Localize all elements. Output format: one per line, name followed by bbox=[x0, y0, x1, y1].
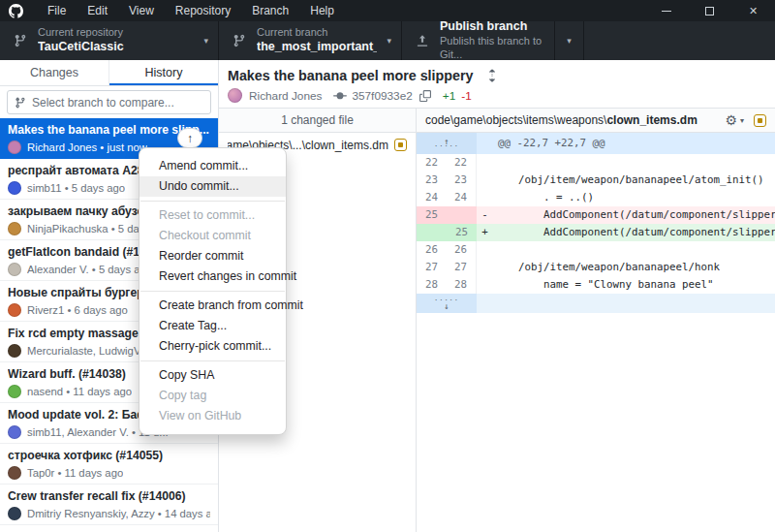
avatar bbox=[8, 141, 21, 154]
current-branch-label: Current branch bbox=[257, 26, 377, 40]
context-menu-item-create-tag[interactable]: Create Tag... bbox=[140, 316, 286, 336]
commit-author: Richard Jones bbox=[249, 89, 322, 103]
chevron-down-icon: ▾ bbox=[194, 36, 208, 46]
old-line-number: 25 bbox=[417, 206, 447, 224]
commit-list-item[interactable]: строечка хотфикс (#14055)Tap0r • 11 days… bbox=[0, 444, 218, 485]
context-menu-item-copy-sha[interactable]: Copy SHA bbox=[140, 365, 286, 386]
new-line-number: 28 bbox=[447, 276, 477, 294]
titlebar: FileEditViewRepositoryBranchHelp ✕ bbox=[0, 0, 775, 21]
branch-compare-box bbox=[7, 90, 211, 114]
diff-marker bbox=[477, 276, 493, 294]
diff-line-context[interactable]: 2626 bbox=[417, 241, 775, 259]
commit-detail-header: Makes the banana peel more slippery Rich… bbox=[219, 60, 775, 109]
avatar bbox=[8, 222, 21, 235]
commit-item-author: nasend • 11 days ago bbox=[27, 386, 132, 397]
avatar bbox=[8, 303, 21, 317]
current-repository-label: Current repository bbox=[38, 26, 124, 40]
changed-files-summary: 1 changed file bbox=[219, 109, 416, 133]
context-menu-item-cherry-pick-commit[interactable]: Cherry-pick commit... bbox=[140, 336, 286, 357]
commit-item-author: Tap0r • 11 days ago bbox=[27, 467, 123, 479]
commit-list-item[interactable]: Crew transfer recall fix (#14006)Dmitriy… bbox=[0, 485, 218, 525]
menu-repository[interactable]: Repository bbox=[165, 0, 241, 21]
minimize-button[interactable] bbox=[644, 0, 688, 21]
current-branch-name: the_most_important_featu... bbox=[257, 40, 377, 55]
menu-file[interactable]: File bbox=[37, 0, 77, 21]
select-branch-to-compare-input[interactable] bbox=[32, 96, 203, 110]
new-line-number: 27 bbox=[447, 259, 477, 276]
deletions-count: -1 bbox=[461, 89, 472, 103]
window-controls: ✕ bbox=[644, 0, 775, 21]
new-line-number: 23 bbox=[447, 172, 477, 189]
diff-line-removed[interactable]: 25- AddComponent(/datum/component/slippe… bbox=[417, 206, 775, 224]
close-button[interactable]: ✕ bbox=[731, 0, 775, 21]
new-line-number: 22 bbox=[447, 154, 477, 172]
tab-changes[interactable]: Changes bbox=[0, 60, 109, 85]
gear-icon[interactable]: ⚙ bbox=[725, 113, 737, 127]
diff-marker: - bbox=[477, 206, 493, 224]
diff-header: code\game\objects\items\weapons\clown_it… bbox=[417, 109, 775, 133]
sidebar-tabs: Changes History bbox=[0, 60, 218, 86]
menu-separator bbox=[140, 291, 285, 292]
menu-bar: FileEditViewRepositoryBranchHelp bbox=[37, 0, 345, 21]
commit-item-title: строечка хотфикс (#14055) bbox=[8, 448, 210, 464]
context-menu-item-reorder-commit[interactable]: Reorder commit bbox=[140, 246, 286, 266]
diff-marker bbox=[477, 172, 493, 189]
context-menu-item-create-branch-from-commit[interactable]: Create branch from commit bbox=[140, 296, 286, 316]
expand-down-icon: ·····↓ bbox=[434, 298, 459, 309]
copy-icon[interactable] bbox=[419, 90, 431, 102]
expand-up-button[interactable]: ↑····· bbox=[417, 133, 477, 154]
diff-file-path: code\game\objects\items\weapons\clown_it… bbox=[425, 113, 725, 127]
expand-down-button[interactable]: ·····↓ bbox=[417, 294, 477, 313]
menu-edit[interactable]: Edit bbox=[77, 0, 118, 21]
git-compare-icon bbox=[15, 97, 26, 109]
avatar bbox=[8, 181, 21, 195]
diff-line-context[interactable]: 2222 bbox=[417, 154, 775, 172]
avatar bbox=[8, 425, 21, 439]
menu-view[interactable]: View bbox=[118, 0, 165, 21]
git-commit-icon bbox=[333, 89, 347, 103]
diff-line-context[interactable]: 2828 name = "Clowny banana peel" bbox=[417, 276, 775, 294]
toolbar: Current repository TauCetiClassic ▾ Curr… bbox=[0, 21, 775, 60]
github-desktop-window: FileEditViewRepositoryBranchHelp ✕ Curre… bbox=[0, 0, 775, 532]
diff-line-context[interactable]: 2323 /obj/item/weapon/bananapeel/atom_in… bbox=[417, 172, 775, 189]
menu-separator bbox=[140, 360, 285, 361]
chevron-down-icon: ▾ bbox=[740, 116, 744, 125]
diff-marker bbox=[477, 241, 493, 259]
upload-icon bbox=[416, 34, 429, 47]
file-modified-icon bbox=[754, 114, 766, 127]
maximize-button[interactable] bbox=[688, 0, 731, 21]
code-text: AddComponent(/datum/component/slippery, … bbox=[493, 224, 775, 241]
publish-branch-button[interactable]: Publish branch Publish this branch to Gi… bbox=[402, 21, 555, 60]
avatar bbox=[8, 466, 21, 480]
code-text: AddComponent(/datum/component/slippery, … bbox=[493, 206, 775, 224]
diff-line-added[interactable]: 25+ AddComponent(/datum/component/slippe… bbox=[417, 224, 775, 241]
commit-item-author: Richard Jones • just now bbox=[27, 141, 147, 153]
code-text: . = ..() bbox=[493, 189, 594, 206]
avatar bbox=[8, 344, 21, 358]
current-branch-button[interactable]: Current branch the_most_important_featu.… bbox=[219, 21, 402, 60]
context-menu-item-amend-commit[interactable]: Amend commit... bbox=[140, 156, 286, 176]
avatar bbox=[8, 385, 21, 398]
commit-item-author: Dmitriy Resnyanskiy, Azzy • 14 days ago bbox=[27, 508, 210, 519]
context-menu-item-revert-changes-in-commit[interactable]: Revert changes in commit bbox=[140, 266, 286, 287]
code-text: /obj/item/weapon/bananapeel/honk bbox=[493, 259, 720, 276]
publish-branch-label: Publish branch bbox=[440, 19, 544, 35]
diff-marker bbox=[477, 154, 493, 172]
context-menu-item-undo-commit[interactable]: Undo commit... bbox=[140, 176, 286, 197]
diff-line-context[interactable]: 2727 /obj/item/weapon/bananapeel/honk bbox=[417, 259, 775, 276]
file-modified-icon bbox=[394, 139, 407, 151]
menu-help[interactable]: Help bbox=[299, 0, 345, 21]
github-logo-icon bbox=[9, 4, 23, 18]
expand-commit-summary-icon[interactable] bbox=[486, 69, 498, 82]
commit-list-item[interactable]: Update alien_powers.dm (#14... bbox=[0, 525, 218, 532]
commit-context-menu: Amend commit...Undo commit...Reset to co… bbox=[139, 147, 287, 435]
commit-title: Makes the banana peel more slippery bbox=[228, 68, 473, 83]
current-repository-button[interactable]: Current repository TauCetiClassic ▾ bbox=[0, 21, 219, 60]
code-text: name = "Clowny banana peel" bbox=[493, 276, 714, 294]
diff-line-context[interactable]: 2424 . = ..() bbox=[417, 189, 775, 206]
chevron-down-icon: ▾ bbox=[377, 36, 391, 46]
publish-branch-dropdown-button[interactable]: ▾ bbox=[555, 21, 584, 60]
hunk-range-text: @@ -22,7 +22,7 @@ bbox=[477, 133, 775, 154]
menu-branch[interactable]: Branch bbox=[241, 0, 299, 21]
tab-history[interactable]: History bbox=[109, 60, 218, 85]
